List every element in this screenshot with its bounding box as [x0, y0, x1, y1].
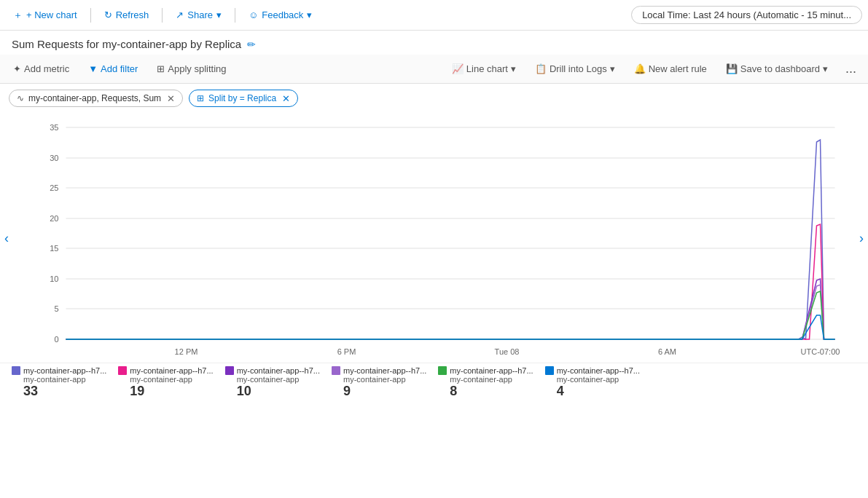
- plus-icon: ＋: [13, 9, 23, 22]
- svg-text:35: 35: [50, 123, 58, 132]
- add-filter-button[interactable]: ▼ Add filter: [81, 60, 145, 77]
- legend-sub: my-container-app: [450, 375, 533, 384]
- legend-sub: my-container-app: [130, 375, 213, 384]
- divider: [162, 8, 163, 23]
- edit-icon[interactable]: ✏: [247, 39, 256, 50]
- save-to-dashboard-button[interactable]: 💾 Save to dashboard ▾: [719, 60, 835, 77]
- time-range-button[interactable]: Local Time: Last 24 hours (Automatic - 1…: [631, 6, 862, 24]
- legend-sub: my-container-app: [343, 375, 426, 384]
- save-icon: 💾: [726, 63, 738, 74]
- legend-swatch: [332, 366, 340, 375]
- chevron-down-icon: ▾: [511, 63, 516, 74]
- svg-text:0: 0: [54, 335, 58, 344]
- chevron-down-icon: ▾: [216, 9, 222, 20]
- chart-title-row: Sum Requests for my-container-app by Rep…: [0, 31, 868, 55]
- legend-name: my-container-app--h7...: [130, 366, 213, 375]
- svg-text:10: 10: [50, 274, 58, 283]
- remove-metric-filter[interactable]: ✕: [167, 94, 175, 103]
- svg-text:5: 5: [54, 304, 58, 313]
- svg-text:6 AM: 6 AM: [658, 347, 676, 356]
- svg-text:UTC-07:00: UTC-07:00: [801, 347, 840, 356]
- legend-value: 10: [237, 384, 320, 399]
- divider: [90, 8, 91, 23]
- svg-text:6 PM: 6 PM: [337, 347, 356, 356]
- legend-sub: my-container-app: [557, 375, 640, 384]
- chevron-down-icon: ▾: [823, 63, 828, 74]
- legend-swatch: [118, 366, 127, 375]
- bell-icon: 🔔: [634, 63, 646, 74]
- divider: [235, 8, 235, 23]
- svg-text:20: 20: [50, 214, 58, 223]
- add-metric-button[interactable]: ✦ Add metric: [6, 60, 77, 77]
- new-alert-rule-button[interactable]: 🔔 New alert rule: [627, 60, 714, 77]
- svg-text:25: 25: [50, 183, 58, 192]
- chart-title: Sum Requests for my-container-app by Rep…: [12, 38, 241, 50]
- share-icon: ↗: [176, 9, 184, 20]
- sparkle-icon: ✦: [13, 63, 21, 74]
- chevron-down-icon: ▾: [307, 9, 312, 20]
- share-button[interactable]: ↗ Share ▾: [168, 7, 229, 23]
- legend-area: my-container-app--h7... my-container-app…: [0, 363, 868, 402]
- legend-swatch: [438, 366, 447, 375]
- legend-value: 9: [343, 384, 426, 399]
- metric-filter-pill[interactable]: ∿ my-container-app, Requests, Sum ✕: [9, 90, 183, 107]
- drill-into-logs-button[interactable]: 📋 Drill into Logs ▾: [528, 60, 622, 77]
- legend-sub: my-container-app: [237, 375, 320, 384]
- logs-icon: 📋: [535, 63, 547, 74]
- legend-name: my-container-app--h7...: [237, 366, 320, 375]
- legend-value: 33: [23, 384, 106, 399]
- top-bar: ＋ + New chart ↻ Refresh ↗ Share ▾ ☺ Feed…: [0, 0, 868, 31]
- legend-item: my-container-app--h7... my-container-app…: [545, 366, 640, 399]
- metric-icon: ∿: [17, 93, 24, 103]
- split-icon: ⊞: [197, 93, 204, 103]
- legend-swatch: [225, 366, 234, 375]
- chart-nav-left[interactable]: ‹: [4, 230, 9, 245]
- split-icon: ⊞: [157, 63, 165, 74]
- filter-row: ∿ my-container-app, Requests, Sum ✕ ⊞ Sp…: [0, 84, 868, 113]
- legend-swatch: [12, 366, 20, 375]
- legend-name: my-container-app--h7...: [557, 366, 640, 375]
- line-chart-button[interactable]: 📈 Line chart ▾: [445, 60, 523, 77]
- legend-item: my-container-app--h7... my-container-app…: [225, 366, 320, 399]
- apply-splitting-button[interactable]: ⊞ Apply splitting: [149, 60, 233, 77]
- feedback-button[interactable]: ☺ Feedback ▾: [241, 7, 319, 23]
- legend-name: my-container-app--h7...: [343, 366, 426, 375]
- filter-icon: ▼: [88, 63, 98, 74]
- chevron-down-icon: ▾: [610, 63, 615, 74]
- remove-split-filter[interactable]: ✕: [282, 94, 290, 103]
- legend-swatch: [545, 366, 554, 375]
- chart-area: ‹ › 35 30 25 20 15 10 5 0 12 PM 6 PM Tue…: [22, 113, 846, 363]
- svg-text:Tue 08: Tue 08: [495, 347, 520, 356]
- legend-item: my-container-app--h7... my-container-app…: [12, 366, 106, 399]
- feedback-icon: ☺: [249, 9, 258, 20]
- legend-value: 8: [450, 384, 533, 399]
- svg-text:15: 15: [50, 244, 58, 253]
- svg-text:12 PM: 12 PM: [175, 347, 198, 356]
- legend-value: 19: [130, 384, 213, 399]
- refresh-button[interactable]: ↻ Refresh: [97, 7, 157, 23]
- legend-name: my-container-app--h7...: [450, 366, 533, 375]
- legend-sub: my-container-app: [23, 375, 106, 384]
- legend-name: my-container-app--h7...: [23, 366, 106, 375]
- split-filter-pill[interactable]: ⊞ Split by = Replica ✕: [189, 90, 298, 107]
- metric-bar: ✦ Add metric ▼ Add filter ⊞ Apply splitt…: [0, 55, 868, 84]
- line-chart-svg: 35 30 25 20 15 10 5 0 12 PM 6 PM Tue 08 …: [22, 113, 846, 360]
- legend-value: 4: [557, 384, 640, 399]
- new-chart-button[interactable]: ＋ + New chart: [6, 6, 85, 25]
- legend-item: my-container-app--h7... my-container-app…: [332, 366, 426, 399]
- chart-nav-right[interactable]: ›: [859, 230, 864, 245]
- legend-item: my-container-app--h7... my-container-app…: [118, 366, 213, 399]
- line-chart-icon: 📈: [452, 63, 464, 74]
- more-options-button[interactable]: ...: [840, 60, 862, 78]
- svg-text:30: 30: [50, 154, 58, 162]
- refresh-icon: ↻: [104, 9, 112, 20]
- legend-item: my-container-app--h7... my-container-app…: [438, 366, 533, 399]
